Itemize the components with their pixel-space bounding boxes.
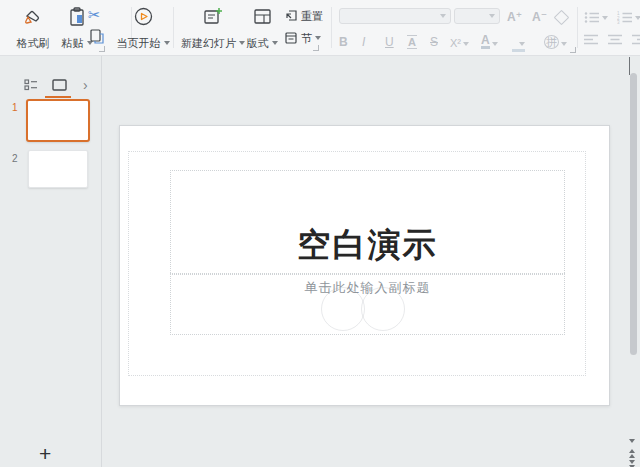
character-spacing-button[interactable]: A (407, 31, 417, 49)
reset-label: 重置 (301, 10, 323, 22)
align-center-icon (608, 34, 622, 45)
section-icon (284, 31, 298, 45)
eraser-icon (554, 10, 570, 26)
svg-text:3: 3 (617, 20, 620, 24)
format-painter-icon (23, 7, 43, 27)
watermark-circle (361, 287, 405, 331)
reset-button[interactable]: 重置 (284, 9, 323, 22)
paste-icon (68, 7, 86, 27)
increase-font-size-button[interactable]: A⁺ (507, 10, 522, 24)
slide-thumbnail-1[interactable] (26, 99, 90, 142)
copy-icon (89, 28, 105, 45)
bold-icon: B (339, 35, 348, 49)
play-from-page-label: 当页开始 (117, 37, 170, 49)
slides-dialog-launcher[interactable] (313, 45, 319, 51)
bullet-list-icon (584, 11, 600, 24)
highlight-button[interactable] (512, 31, 525, 49)
italic-icon: I (362, 35, 365, 49)
cut-button[interactable]: ✂ (88, 6, 101, 24)
scroll-up-button[interactable] (629, 58, 638, 67)
character-spacing-icon: A (407, 35, 417, 49)
clipboard-dialog-launcher[interactable] (99, 46, 105, 52)
italic-button[interactable]: I (362, 31, 365, 49)
layout-button[interactable]: 版式 (246, 5, 278, 51)
slide-thumbnail-2[interactable] (28, 150, 88, 188)
new-slide-dropdown-caret[interactable] (239, 41, 245, 45)
strikethrough-icon: S (430, 35, 438, 49)
clear-formatting-button[interactable] (556, 12, 567, 26)
numbering-caret (635, 16, 640, 20)
layout-dropdown-caret[interactable] (272, 41, 278, 45)
tab-slide-view[interactable] (52, 79, 67, 91)
play-icon (134, 7, 153, 26)
font-color-icon: A (481, 34, 490, 49)
double-chevron-up-icon (629, 449, 635, 453)
phonetic-guide-icon: 拼 (544, 35, 559, 49)
ribbon-separator (173, 7, 174, 48)
slide-title-text: 空白演示 (298, 223, 438, 274)
sidebar-divider (101, 56, 102, 467)
slide-panel-tabs: › (0, 66, 101, 94)
font-size-caret (489, 14, 495, 18)
section-dropdown-caret[interactable] (315, 36, 321, 40)
outline-view-icon (24, 79, 38, 91)
slide-number: 2 (12, 153, 18, 164)
superscript-button[interactable]: X² (450, 31, 469, 49)
font-name-combobox[interactable] (339, 8, 451, 24)
numbering-button[interactable]: 123 (617, 11, 640, 24)
active-tab-underline (45, 96, 71, 98)
watermark-circle (321, 287, 365, 331)
next-slide-button[interactable] (629, 460, 635, 467)
slide-canvas[interactable]: 空白演示 单击此处输入副标题 (119, 125, 610, 406)
ribbon-toolbar: 格式刷 粘贴 ✂ (0, 0, 640, 56)
section-label: 节 (301, 32, 321, 44)
bullets-caret (602, 16, 608, 20)
play-from-current-page-button[interactable]: 当页开始 (116, 5, 170, 51)
play-dropdown-caret[interactable] (164, 41, 170, 45)
strikethrough-button[interactable]: S (430, 31, 438, 49)
numbered-list-icon: 123 (617, 11, 633, 24)
chevron-up-icon (629, 57, 630, 75)
font-color-caret (492, 42, 498, 46)
font-color-button[interactable]: A (481, 31, 498, 49)
new-slide-label: 新建幻灯片 (181, 37, 245, 49)
vertical-scrollbar[interactable] (630, 73, 637, 355)
collapse-panel-chevron[interactable]: › (83, 78, 88, 92)
paste-label: 粘贴 (62, 37, 93, 49)
title-placeholder[interactable]: 空白演示 (170, 170, 565, 275)
superscript-icon: X² (450, 37, 461, 49)
format-painter-button[interactable]: 格式刷 (12, 5, 54, 51)
bullets-button[interactable] (584, 11, 608, 24)
new-slide-icon (203, 7, 223, 26)
new-slide-button[interactable]: 新建幻灯片 (182, 5, 244, 51)
double-chevron-down-icon (629, 460, 635, 464)
previous-slide-button[interactable] (629, 449, 635, 458)
ribbon-separator (577, 7, 578, 48)
align-right-icon (632, 34, 640, 45)
format-painter-label: 格式刷 (17, 37, 50, 49)
bold-button[interactable]: B (339, 31, 348, 49)
decrease-font-size-icon: A⁻ (532, 10, 547, 24)
font-size-combobox[interactable] (454, 8, 500, 24)
phonetic-guide-button[interactable]: 拼 (544, 31, 567, 49)
cut-scissors-icon: ✂ (88, 6, 101, 24)
underline-button[interactable]: U (385, 31, 394, 49)
align-center-button[interactable] (608, 34, 622, 45)
align-right-button[interactable] (632, 34, 640, 45)
tab-outline-view[interactable] (24, 79, 38, 91)
font-name-caret (440, 14, 446, 18)
ribbon-separator (331, 7, 332, 48)
highlight-caret (519, 42, 525, 46)
section-button[interactable]: 节 (284, 31, 321, 45)
scroll-down-button[interactable] (629, 439, 635, 443)
copy-button[interactable] (89, 28, 105, 45)
font-dialog-launcher[interactable] (570, 47, 576, 53)
layout-icon (253, 7, 272, 26)
align-left-icon (584, 34, 598, 45)
wps-presentation-window: 格式刷 粘贴 ✂ (0, 0, 640, 467)
align-left-button[interactable] (584, 34, 598, 45)
slide-number: 1 (12, 102, 18, 113)
workspace: › 1 2 + 空白演示 单击此处输入副标题 (0, 56, 640, 467)
add-slide-button[interactable]: + (39, 444, 51, 464)
decrease-font-size-button[interactable]: A⁻ (532, 10, 547, 24)
